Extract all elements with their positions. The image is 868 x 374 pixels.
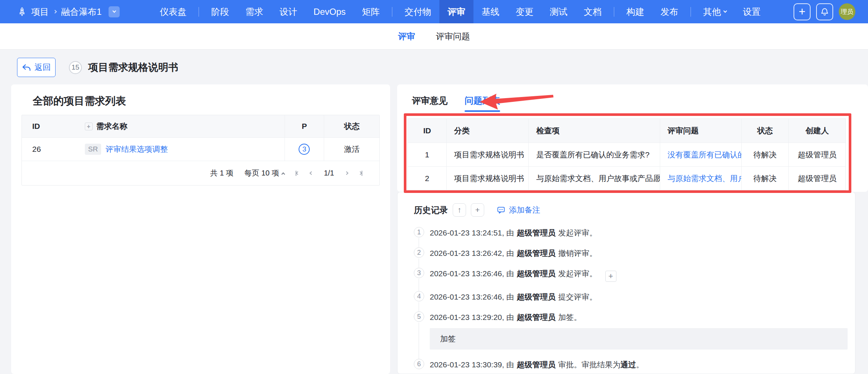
entry-user: 超级管理员: [517, 269, 556, 278]
story-type-badge: SR: [85, 144, 101, 155]
expand-entry-button[interactable]: +: [605, 271, 616, 282]
nav-divider: [199, 7, 199, 17]
sign-note-box: 加签: [430, 328, 848, 350]
pagination: 共 1 项 每页 10 项 1/1: [22, 161, 379, 185]
nav-item-more[interactable]: 其他: [695, 0, 735, 23]
entry-user: 超级管理员: [517, 249, 556, 257]
nav-item-doc[interactable]: 文档: [576, 0, 610, 23]
main-menu: 仪表盘 阶段 需求 设计 DevOps 矩阵 交付物 评审 基线 变更 测试 文…: [152, 0, 769, 23]
table-row: 2 项目需求规格说明书 与原始需求文档、用户故事或产品愿 与原始需求文档、用户 …: [408, 166, 845, 190]
issue-id: 2: [408, 167, 446, 190]
col-status[interactable]: 状态: [741, 119, 789, 143]
nav-item-design[interactable]: 设计: [271, 0, 305, 23]
chevron-right-icon: [53, 10, 57, 14]
issue-category: 项目需求规格说明书: [446, 143, 529, 166]
create-button[interactable]: +: [794, 3, 811, 20]
issue-category: 项目需求规格说明书: [446, 167, 529, 190]
issue-link[interactable]: 与原始需求文档、用户: [660, 167, 741, 190]
nav-divider: [691, 7, 691, 17]
bell-icon: [820, 7, 829, 17]
next-page-button[interactable]: [345, 172, 348, 174]
col-name[interactable]: + 需求名称: [85, 121, 285, 131]
requirements-panel-title: 全部的项目需求列表: [33, 94, 390, 108]
col-status[interactable]: 状态: [324, 115, 379, 137]
nav-divider: [392, 7, 392, 17]
nav-item-stage[interactable]: 阶段: [203, 0, 237, 23]
table-row: 1 项目需求规格说明书 是否覆盖所有已确认的业务需求? 没有覆盖所有已确认的 待…: [408, 143, 845, 166]
nav-item-dashboard[interactable]: 仪表盘: [152, 0, 194, 23]
per-page-selector[interactable]: 每页 10 项: [245, 168, 285, 178]
review-panel: 评审意见 问题列表 ID 分类 检查项 评审问题 状态 创建人 1 项目需求规格…: [397, 84, 868, 192]
priority-badge: 3: [299, 144, 310, 155]
nav-item-matrix[interactable]: 矩阵: [354, 0, 388, 23]
first-page-button[interactable]: [296, 171, 299, 176]
entry-number: 4: [414, 291, 424, 301]
page-title: 项目需求规格说明书: [88, 61, 178, 74]
nav-item-deliverable[interactable]: 交付物: [396, 0, 439, 23]
history-entry: 4 2026-01-23 13:26:46, 由超级管理员提交评审。: [414, 291, 855, 302]
issue-id: 1: [408, 143, 446, 166]
breadcrumb-project[interactable]: 融合瀑布1: [61, 6, 102, 18]
entry-user: 超级管理员: [517, 228, 556, 237]
issue-status: 待解决: [741, 167, 789, 190]
entry-number: 6: [414, 359, 424, 369]
entry-user: 超级管理员: [517, 313, 556, 321]
review-id-badge: 15: [69, 61, 82, 74]
col-review-issue[interactable]: 评审问题: [660, 119, 741, 143]
last-page-button[interactable]: [359, 171, 362, 176]
nav-item-story[interactable]: 需求: [237, 0, 271, 23]
col-priority[interactable]: P: [285, 115, 324, 137]
requirements-table: ID + 需求名称 P 状态 26 SR 评审结果选项调整 3 激活 共 1 项…: [21, 115, 380, 186]
col-id[interactable]: ID: [408, 119, 446, 143]
notifications-button[interactable]: [816, 3, 833, 20]
plus-icon: +: [799, 5, 805, 19]
pagination-total: 共 1 项: [210, 168, 233, 178]
add-note-button[interactable]: 添加备注: [496, 205, 540, 215]
tab-issue-list[interactable]: 问题列表: [465, 95, 500, 112]
history-list: 1 2026-01-23 13:24:51, 由超级管理员发起评审。 2 202…: [398, 217, 855, 370]
entry-number: 2: [414, 247, 424, 258]
arrow-up-icon: ↑: [458, 206, 462, 214]
nav-item-test[interactable]: 测试: [542, 0, 576, 23]
top-navigation: 项目 融合瀑布1 仪表盘 阶段 需求 设计 DevOps 矩阵 交付物 评审 基…: [0, 0, 868, 23]
nav-item-change[interactable]: 变更: [508, 0, 542, 23]
tab-review-opinion[interactable]: 评审意见: [412, 95, 448, 112]
nav-item-settings[interactable]: 设置: [735, 0, 769, 23]
breadcrumb-product[interactable]: 项目: [31, 6, 49, 18]
prev-page-button[interactable]: [310, 172, 313, 174]
approval-result: 通过: [621, 360, 636, 369]
back-arrow-icon: [22, 64, 31, 71]
expand-all-button[interactable]: +: [471, 203, 484, 217]
nav-item-review[interactable]: 评审: [439, 0, 473, 23]
entry-number: 5: [414, 311, 424, 322]
issue-creator: 超级管理员: [788, 143, 845, 166]
nav-item-devops[interactable]: DevOps: [305, 0, 354, 23]
subnav-tab-review-issues[interactable]: 评审问题: [436, 31, 470, 42]
col-category[interactable]: 分类: [446, 119, 529, 143]
back-button[interactable]: 返回: [17, 58, 56, 77]
project-switcher[interactable]: [109, 6, 120, 17]
subnav-tab-review[interactable]: 评审: [398, 31, 415, 42]
nav-item-baseline[interactable]: 基线: [473, 0, 508, 23]
issues-table-header: ID 分类 检查项 评审问题 状态 创建人: [408, 119, 845, 143]
nav-divider: [614, 7, 614, 17]
requirement-name-link[interactable]: 评审结果选项调整: [106, 144, 168, 154]
history-entry: 1 2026-01-23 13:24:51, 由超级管理员发起评审。: [414, 227, 855, 238]
expand-all-icon[interactable]: +: [85, 123, 93, 130]
rocket-icon: [17, 7, 27, 17]
col-id[interactable]: ID: [22, 122, 85, 131]
collapse-button[interactable]: ↑: [453, 203, 466, 217]
issue-check-item: 与原始需求文档、用户故事或产品愿: [528, 167, 659, 190]
nav-item-release[interactable]: 发布: [652, 0, 686, 23]
history-entry: 3 2026-01-23 13:26:46, 由超级管理员发起评审。+: [414, 268, 855, 282]
col-check-item[interactable]: 检查项: [528, 119, 659, 143]
col-creator[interactable]: 创建人: [788, 119, 845, 143]
status-badge: 激活: [324, 138, 379, 161]
issue-link[interactable]: 没有覆盖所有已确认的: [660, 143, 741, 166]
entry-number: 1: [414, 227, 424, 237]
review-tabs: 评审意见 问题列表: [397, 84, 868, 112]
secondary-navigation: 评审 评审问题: [0, 23, 868, 50]
user-avatar[interactable]: 理员: [839, 3, 855, 20]
comment-icon: [496, 206, 506, 215]
nav-item-build[interactable]: 构建: [618, 0, 652, 23]
